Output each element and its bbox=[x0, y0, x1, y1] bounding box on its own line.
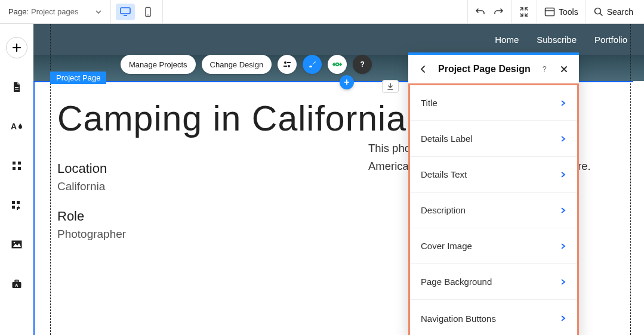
search-button[interactable]: Search bbox=[593, 7, 633, 17]
grid-icon bbox=[11, 160, 22, 171]
change-design-label: Change Design bbox=[210, 60, 264, 69]
stretch-circle-button[interactable] bbox=[328, 55, 347, 74]
panel-close-button[interactable] bbox=[557, 63, 571, 76]
chevron-right-icon bbox=[559, 278, 566, 286]
chevron-right-icon bbox=[559, 100, 566, 107]
undo-redo-group bbox=[467, 0, 511, 23]
download-icon bbox=[386, 82, 395, 91]
svg-rect-16 bbox=[12, 206, 15, 209]
sliders-icon bbox=[282, 60, 292, 69]
brush-icon bbox=[307, 60, 317, 69]
page-selector-label: Page: bbox=[8, 7, 29, 16]
chevron-right-icon bbox=[559, 207, 566, 214]
design-row-navigation-buttons[interactable]: Navigation Buttons bbox=[410, 300, 577, 335]
svg-rect-12 bbox=[13, 167, 16, 170]
design-circle-button[interactable] bbox=[303, 55, 322, 74]
design-row-cover-image[interactable]: Cover Image bbox=[410, 228, 577, 264]
search-group: Search bbox=[586, 0, 644, 23]
design-row-description[interactable]: Description bbox=[410, 193, 577, 228]
nav-portfolio-link[interactable]: Portfolio bbox=[594, 35, 627, 45]
add-apps-button[interactable] bbox=[6, 194, 27, 216]
pages-button[interactable] bbox=[6, 76, 27, 98]
left-tool-rail: A A bbox=[0, 24, 33, 335]
row-label: Details Text bbox=[421, 169, 467, 179]
briefcase-icon: A bbox=[11, 278, 23, 289]
tools-button[interactable]: Tools bbox=[544, 7, 578, 17]
device-preview-group bbox=[111, 0, 163, 23]
design-row-details-text[interactable]: Details Text bbox=[410, 157, 577, 193]
zoom-group bbox=[511, 0, 537, 23]
svg-point-23 bbox=[284, 61, 286, 64]
help-icon: ? bbox=[358, 60, 367, 69]
site-design-button[interactable]: A bbox=[6, 116, 27, 137]
layout-icon bbox=[544, 7, 555, 17]
settings-circle-button[interactable] bbox=[278, 55, 297, 74]
change-design-button[interactable]: Change Design bbox=[202, 55, 272, 74]
chevron-right-icon bbox=[559, 171, 566, 178]
mobile-preview-button[interactable] bbox=[138, 4, 158, 20]
svg-rect-11 bbox=[18, 162, 21, 165]
business-button[interactable]: A bbox=[6, 273, 27, 294]
nav-subscribe-link[interactable]: Subscribe bbox=[537, 35, 577, 45]
svg-rect-7 bbox=[15, 87, 19, 88]
row-label: Description bbox=[421, 205, 466, 215]
desktop-icon bbox=[119, 7, 131, 17]
tools-label: Tools bbox=[559, 7, 578, 17]
chevron-left-icon bbox=[419, 65, 427, 73]
nav-home-link[interactable]: Home bbox=[495, 35, 519, 45]
chevron-right-icon bbox=[559, 243, 566, 250]
design-drop-icon: A bbox=[10, 120, 23, 132]
desktop-preview-button[interactable] bbox=[116, 4, 135, 20]
svg-text:A: A bbox=[15, 283, 18, 287]
site-header-nav: Home Subscribe Portfolio bbox=[33, 24, 644, 55]
download-badge-button[interactable] bbox=[382, 80, 399, 93]
svg-point-27 bbox=[336, 63, 339, 66]
panel-back-button[interactable] bbox=[417, 63, 430, 76]
media-button[interactable] bbox=[6, 234, 27, 255]
row-label: Page Background bbox=[421, 277, 492, 287]
svg-text:?: ? bbox=[543, 65, 547, 73]
undo-icon bbox=[475, 7, 486, 17]
image-icon bbox=[11, 240, 23, 249]
panel-help-button[interactable]: ? bbox=[538, 63, 551, 76]
panel-title: Project Page Design bbox=[438, 64, 532, 75]
close-icon bbox=[560, 65, 568, 73]
manage-projects-button[interactable]: Manage Projects bbox=[121, 55, 196, 74]
editor-top-bar: Page: Project pages bbox=[0, 0, 644, 24]
row-label: Title bbox=[421, 98, 437, 108]
chevron-right-icon bbox=[559, 135, 566, 142]
zoom-fit-button[interactable] bbox=[519, 7, 529, 17]
chevron-down-icon bbox=[95, 8, 102, 15]
undo-button[interactable] bbox=[475, 7, 486, 17]
plus-icon: + bbox=[344, 77, 349, 88]
design-row-page-background[interactable]: Page Background bbox=[410, 264, 577, 300]
page-selector-value: Project pages bbox=[31, 7, 79, 16]
selection-label[interactable]: Project Page bbox=[50, 72, 106, 84]
svg-rect-8 bbox=[15, 89, 19, 89]
svg-rect-13 bbox=[18, 167, 21, 170]
apps-grid-button[interactable] bbox=[6, 155, 27, 176]
svg-text:A: A bbox=[11, 122, 17, 131]
element-floating-toolbar: Manage Projects Change Design ? bbox=[121, 54, 372, 75]
description-tail: re. bbox=[578, 160, 591, 172]
svg-rect-15 bbox=[17, 201, 20, 204]
page-selector-dropdown[interactable]: Page: Project pages bbox=[0, 0, 111, 23]
svg-line-6 bbox=[600, 14, 602, 16]
svg-rect-14 bbox=[12, 201, 15, 204]
svg-text:?: ? bbox=[360, 60, 365, 69]
help-circle-button[interactable]: ? bbox=[353, 55, 372, 74]
add-section-button[interactable]: + bbox=[340, 75, 354, 89]
design-row-title[interactable]: Title bbox=[410, 85, 577, 121]
mobile-icon bbox=[144, 7, 152, 17]
stretch-icon bbox=[332, 60, 343, 69]
row-label: Details Label bbox=[421, 134, 473, 144]
tools-group: Tools bbox=[537, 0, 586, 23]
add-element-button[interactable] bbox=[6, 37, 27, 58]
chevron-right-icon bbox=[559, 315, 566, 322]
svg-rect-10 bbox=[13, 162, 16, 165]
design-row-details-label[interactable]: Details Label bbox=[410, 121, 577, 157]
redo-button[interactable] bbox=[493, 7, 504, 17]
manage-projects-label: Manage Projects bbox=[129, 60, 187, 69]
redo-icon bbox=[493, 7, 504, 17]
help-icon: ? bbox=[540, 64, 550, 74]
